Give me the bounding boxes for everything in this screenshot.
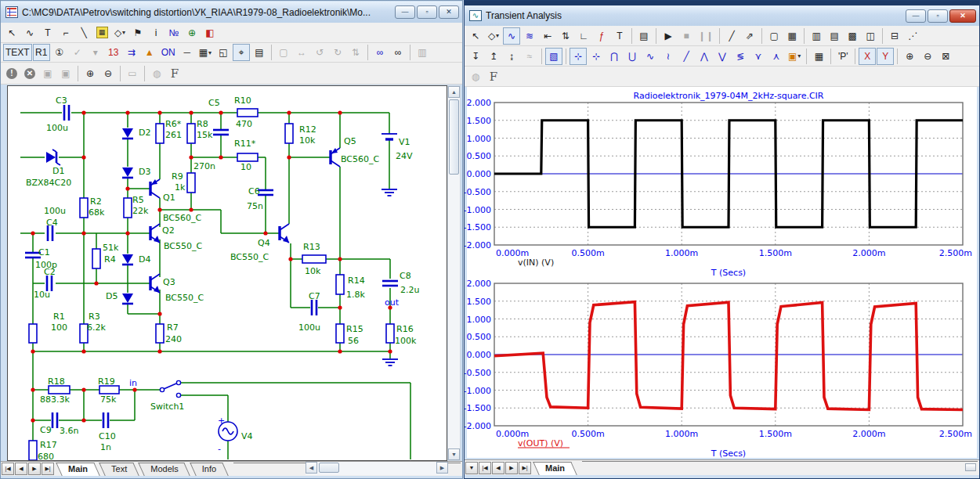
valley-button[interactable]: ⋃	[624, 48, 641, 65]
prev-page-button[interactable]: ◀	[15, 463, 27, 475]
grid-toggle[interactable]: ▦▾	[197, 44, 214, 61]
plot-layout-vertical-button[interactable]: ▥	[808, 27, 825, 45]
info-window-button[interactable]: ▥	[414, 44, 431, 61]
help-mode-tool[interactable]: №	[165, 24, 183, 41]
date-stamp-toggle[interactable]: 13	[105, 44, 122, 61]
scroll-left-icon[interactable]: ◀	[306, 462, 317, 474]
scope-settings-button[interactable]: ▧	[545, 48, 562, 65]
font-button[interactable]: F	[166, 65, 183, 82]
diagonal-line-tool[interactable]: ╲	[75, 24, 92, 41]
analysis-tab-main[interactable]: Main	[536, 462, 574, 475]
schematic-tab-main[interactable]: Main	[59, 463, 97, 476]
schematic-tab-text[interactable]: Text	[102, 463, 136, 476]
line-tool[interactable]: ╱	[723, 27, 740, 45]
scroll-right-icon[interactable]: ▶	[436, 462, 448, 474]
font-button[interactable]: F	[485, 68, 502, 85]
plot-3d-button[interactable]: ▣▾	[786, 48, 803, 65]
send-back-button[interactable]: ▣	[57, 65, 74, 82]
next-page-button[interactable]: ▶	[28, 463, 41, 475]
select-tool[interactable]: ↖	[467, 27, 484, 45]
plot-layout-horizontal-button[interactable]: ▤	[826, 27, 843, 45]
mode-box-button[interactable]: ▭	[124, 65, 141, 82]
p-key-button[interactable]: 'P'	[834, 48, 852, 65]
vertical-dimension-tool[interactable]: ⇅	[557, 27, 574, 45]
close-button[interactable]: ✕	[949, 9, 976, 23]
pin-numbers-toggle[interactable]: ①	[51, 44, 68, 61]
plot-layout-columns-button[interactable]: ◫	[862, 27, 879, 45]
function-tag-tool[interactable]: ƒ	[593, 27, 610, 45]
text-tool[interactable]: T	[611, 27, 628, 45]
numeric-output-button[interactable]: ▦	[810, 48, 827, 65]
scroll-up-icon[interactable]: ▲	[448, 86, 460, 98]
text-display-toggle[interactable]: TEXT	[3, 44, 32, 61]
enable-disable-tool[interactable]: ◧	[201, 24, 219, 41]
x-scale-button[interactable]: X	[859, 48, 876, 65]
prev-page-button[interactable]: ◀	[492, 462, 504, 474]
wire-tool[interactable]: ∿	[21, 24, 38, 41]
zoom-out-button[interactable]: ⊖	[919, 48, 936, 65]
slope-button[interactable]: ╱	[678, 48, 695, 65]
search-button[interactable]: ∞	[389, 44, 407, 61]
zoom-fit-button[interactable]: ⊠	[937, 48, 954, 65]
pin-connection-toggle[interactable]: ─	[179, 44, 196, 61]
run-button[interactable]: ▶	[660, 27, 677, 45]
plot-layout-grid-button[interactable]: ▩	[844, 27, 861, 45]
rotate-cw-button[interactable]: ↻	[329, 44, 346, 61]
info-mode-tool[interactable]: i	[147, 24, 165, 41]
schematic-horizontal-scrollbar[interactable]: ◀ ▶	[306, 462, 448, 475]
bottom-envelope-button[interactable]: ⋏	[768, 48, 785, 65]
zoom-in-button[interactable]: ⊕	[901, 48, 918, 65]
stop-button[interactable]: ■	[678, 27, 695, 45]
inflection-button[interactable]: ≶	[732, 48, 749, 65]
y-scale-button[interactable]: Y	[877, 48, 894, 65]
tracker-tool[interactable]: ≈	[521, 48, 538, 65]
find-component-button[interactable]: ∞	[371, 44, 389, 61]
show-data-points-button[interactable]: ⋰	[904, 27, 921, 45]
vip-dropdown[interactable]: ▾	[87, 44, 104, 61]
power-display-toggle[interactable]: ▲	[141, 44, 158, 61]
error-marker-button[interactable]: !	[3, 65, 20, 82]
attribute-values-toggle[interactable]: R1	[33, 44, 50, 61]
split-plot-button[interactable]: ⊟	[886, 27, 903, 45]
pause-button[interactable]: ❙❙	[696, 27, 716, 45]
orthogonal-wire-tool[interactable]: ⌐	[57, 24, 74, 41]
resize-grip[interactable]	[965, 463, 976, 471]
page-list-dropdown[interactable]: ▼	[465, 462, 478, 474]
top-envelope-button[interactable]: ⋎	[750, 48, 767, 65]
zoom-region-tool[interactable]: ▢	[765, 27, 783, 45]
analysis-titlebar[interactable]: ∿ Transient Analysis — ▫ ✕	[465, 5, 979, 26]
pin-state-toggle[interactable]: ON	[159, 44, 178, 61]
flag-tool[interactable]: ⚑	[129, 24, 146, 41]
last-page-button[interactable]: ▶|	[42, 463, 54, 475]
zoom-out-button[interactable]: ⊖	[99, 65, 117, 82]
cursor-next-tool[interactable]: ↧	[467, 48, 484, 65]
properties-button[interactable]: ▤	[635, 27, 653, 45]
maximize-button[interactable]: ▫	[928, 9, 948, 23]
scroll-thumb[interactable]	[449, 99, 459, 175]
cursor-peak-tool[interactable]: ↥	[485, 48, 502, 65]
first-page-button[interactable]: |◀	[479, 462, 491, 474]
polyline-tool[interactable]: ⇗	[741, 27, 758, 45]
schematic-tab-models[interactable]: Models	[141, 463, 187, 476]
shape-tool[interactable]: ◇▾	[111, 24, 128, 41]
maximize-button[interactable]: ▫	[417, 5, 437, 19]
flip-button[interactable]: ⇅	[347, 44, 364, 61]
horizontal-cursor-button[interactable]: ⊹	[570, 48, 587, 65]
close-button[interactable]: ✕	[439, 5, 459, 19]
zoom-in-button[interactable]: ⊕	[81, 65, 99, 82]
schematic-tab-info[interactable]: Info	[193, 463, 226, 476]
cursor-both-tool[interactable]: ↨	[503, 48, 520, 65]
web-button[interactable]: ◍	[467, 68, 484, 85]
minimize-button[interactable]: —	[906, 9, 926, 23]
waveform-list-tool[interactable]: ≋	[521, 27, 538, 45]
properties-button[interactable]: ▤	[251, 44, 268, 61]
hscroll-thumb[interactable]	[319, 463, 339, 473]
global-high-button[interactable]: ⋀	[696, 48, 713, 65]
minimize-button[interactable]: —	[395, 5, 415, 19]
border-display-toggle[interactable]: ◱	[215, 44, 232, 61]
schematic-canvas[interactable]: C3100uD1BZX84C20100uC4C1100pC210uR268k51…	[7, 85, 447, 461]
scroll-down-icon[interactable]: ▼	[448, 448, 460, 460]
web-button[interactable]: ◍	[148, 65, 165, 82]
vip-toggle[interactable]: ✓	[69, 44, 86, 61]
grid-panel-tool[interactable]: ▦	[783, 27, 801, 45]
